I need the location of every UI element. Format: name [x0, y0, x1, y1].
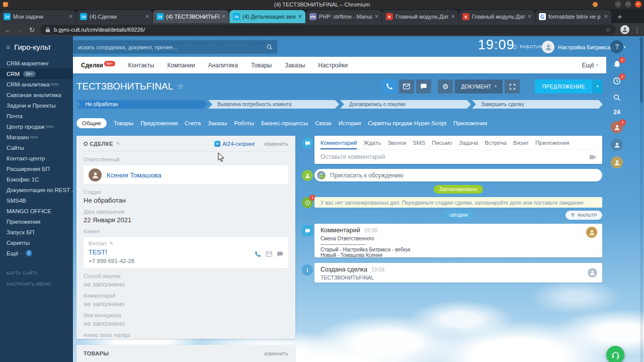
- composer-tab[interactable]: Звонок: [387, 136, 406, 149]
- tab-close-icon[interactable]: ×: [604, 13, 608, 20]
- hamburger-icon[interactable]: ≡: [6, 43, 10, 51]
- sidebar-item[interactable]: Расширения БП: [0, 163, 73, 174]
- maximize-button[interactable]: □: [625, 1, 631, 8]
- sidebar-footer-link[interactable]: НАСТРОИТЬ МЕНЮ: [0, 279, 73, 290]
- ai-scoring-link[interactable]: AI AI24-скоринг: [214, 141, 255, 147]
- sidebar-item[interactable]: SMS4B: [0, 195, 73, 206]
- responsible-name-link[interactable]: Ксения Томашова: [107, 171, 161, 179]
- deal-detail-tab[interactable]: Приложения: [453, 120, 487, 126]
- recent-chat-avatar[interactable]: [611, 156, 623, 168]
- sidebar-item[interactable]: Центр продажbeta: [0, 121, 73, 132]
- sidebar-item[interactable]: MANGO OFFICE: [0, 206, 73, 216]
- pipeline-stage[interactable]: Договорились о покупке: [340, 100, 471, 109]
- mail-icon[interactable]: [266, 250, 272, 259]
- sidebar-item[interactable]: Запуск БП: [0, 227, 73, 237]
- deal-detail-tab[interactable]: Предложения: [140, 120, 178, 126]
- crm-nav-more[interactable]: Ещё ▾: [582, 62, 598, 69]
- forward-icon[interactable]: →: [16, 26, 24, 34]
- browser-tab[interactable]: 24 (4) Сделки ×: [76, 10, 152, 23]
- field[interactable]: Стадия Не обработан: [84, 190, 288, 204]
- recent-chat-avatar[interactable]: 2: [611, 121, 623, 133]
- sidebar-item[interactable]: Ещё ·2: [0, 248, 73, 258]
- favorite-star-icon[interactable]: ☆: [177, 82, 184, 91]
- composer-tab[interactable]: Встреча: [485, 136, 507, 149]
- composer-tab[interactable]: Приложения: [535, 136, 569, 149]
- edit-section-link[interactable]: изменить: [264, 350, 288, 356]
- search-icon[interactable]: [611, 92, 622, 103]
- chat-button[interactable]: [416, 79, 431, 94]
- offer-split-button[interactable]: ПРЕДЛОЖЕНИЕ ▾: [535, 79, 602, 94]
- composer-tab[interactable]: SMS: [413, 136, 425, 149]
- notifications-bell-icon[interactable]: 2: [611, 59, 622, 70]
- browser-menu-icon[interactable]: ⋮: [634, 26, 640, 34]
- field[interactable]: номер заказ наряда не заполнено: [84, 332, 288, 339]
- field[interactable]: Способ покупки не заполнено: [84, 274, 288, 288]
- browser-tab[interactable]: 24 (4) Детализация звон ×: [229, 10, 305, 23]
- crm-nav-tab[interactable]: Настройки: [318, 62, 348, 69]
- global-search-input[interactable]: [73, 44, 266, 50]
- tab-close-icon[interactable]: ×: [222, 13, 225, 20]
- edit-pencil-icon[interactable]: ✎: [109, 241, 113, 246]
- field[interactable]: Дата завершения 22 Января 2021: [84, 209, 288, 224]
- phone-icon[interactable]: [255, 250, 261, 259]
- sidebar-item[interactable]: Документация по REST ...: [0, 185, 73, 195]
- call-button[interactable]: [382, 79, 397, 94]
- deal-detail-tab[interactable]: История: [339, 120, 361, 126]
- responsible-row[interactable]: Ксения Томашова: [84, 165, 288, 185]
- sidebar-item[interactable]: Бэкофис 1С: [0, 174, 73, 185]
- crm-nav-tab[interactable]: Товары: [251, 62, 272, 69]
- video-icon[interactable]: [589, 153, 596, 162]
- sidebar-item[interactable]: Сайты: [0, 142, 73, 153]
- crm-nav-tab[interactable]: Заказы: [285, 62, 305, 69]
- comment-input[interactable]: Оставьте комментарий: [320, 150, 596, 160]
- reload-icon[interactable]: ↻: [28, 26, 36, 34]
- chat-icon[interactable]: [277, 250, 283, 259]
- field[interactable]: Комментарий не заполнено: [84, 293, 288, 308]
- expand-button[interactable]: [505, 79, 520, 94]
- sidebar-item[interactable]: CRM99+: [0, 68, 73, 79]
- scrollbar-thumb[interactable]: [640, 37, 643, 103]
- timeline-entry[interactable]: Создана сделка 19:08 ТЕСТЗВОНИТЬFINAL: [314, 263, 602, 283]
- sidebar-item[interactable]: Почта: [0, 111, 73, 121]
- browser-tab[interactable]: 24 Мои задачи ×: [0, 10, 76, 23]
- browser-tab[interactable]: 24 (4) ТЕСТЗВОНИТЬFINA ×: [153, 10, 229, 23]
- composer-tab[interactable]: Ждать: [363, 136, 381, 149]
- crm-nav-tab[interactable]: Контакты: [128, 62, 154, 69]
- deal-detail-tab[interactable]: Роботы: [234, 120, 254, 126]
- deal-detail-tab[interactable]: Связи: [315, 120, 331, 126]
- minimize-button[interactable]: –: [615, 1, 621, 8]
- deal-detail-tab[interactable]: Бизнес-процессы: [261, 120, 308, 126]
- pipeline-stage[interactable]: Завершить сделку: [472, 100, 603, 109]
- composer-tab[interactable]: Визит: [513, 136, 529, 149]
- tab-close-icon[interactable]: ×: [298, 13, 302, 20]
- deal-detail-tab[interactable]: Скрипты продаж Hyper-Script: [368, 120, 446, 126]
- pipeline-stage[interactable]: Выявлена потребность клиента: [208, 100, 339, 109]
- back-icon[interactable]: ←: [4, 26, 12, 34]
- bookmark-star-icon[interactable]: ☆: [605, 26, 611, 33]
- browser-tab[interactable]: G formatdate bitrix не р ×: [535, 10, 611, 23]
- field[interactable]: Имя менеджера не заполнено: [84, 313, 288, 327]
- timeline-filter-button[interactable]: ФИЛЬТР: [566, 211, 602, 220]
- offer-button-label[interactable]: ПРЕДЛОЖЕНИЕ: [535, 79, 592, 94]
- edit-section-link[interactable]: изменить: [264, 141, 288, 147]
- help-button[interactable]: ?: [610, 40, 623, 53]
- timeline-entry[interactable]: Комментарий 19:08 Смена Ответственного--…: [314, 224, 602, 257]
- sidebar-item[interactable]: Приложения: [0, 216, 73, 227]
- tab-close-icon[interactable]: ×: [69, 13, 72, 20]
- document-button[interactable]: ДОКУМЕНТ ▾: [455, 79, 503, 94]
- sidebar-item[interactable]: Скрипты: [0, 237, 73, 248]
- tab-close-icon[interactable]: ×: [145, 13, 149, 20]
- composer-tab[interactable]: Письмо: [432, 136, 452, 149]
- crm-nav-tab[interactable]: Аналитика: [208, 62, 238, 69]
- composer-tab[interactable]: Комментарий: [320, 136, 357, 149]
- deal-detail-tab[interactable]: Заказы: [208, 120, 227, 126]
- sidebar-item[interactable]: Задачи и Проекты: [0, 100, 73, 111]
- mail-button[interactable]: [399, 79, 414, 94]
- planner-clock-icon[interactable]: 2: [611, 75, 622, 86]
- sidebar-footer-link[interactable]: КАРТА САЙТА: [0, 267, 73, 279]
- contact-phone[interactable]: +7 999 691-42-28: [89, 258, 283, 264]
- recent-chat-avatar[interactable]: [611, 139, 623, 151]
- pipeline-stage[interactable]: Не обработан: [76, 100, 207, 109]
- worktime-status[interactable]: РАБОТАЮ: [513, 44, 544, 49]
- sidebar-item[interactable]: Сквозная аналитика: [0, 89, 73, 100]
